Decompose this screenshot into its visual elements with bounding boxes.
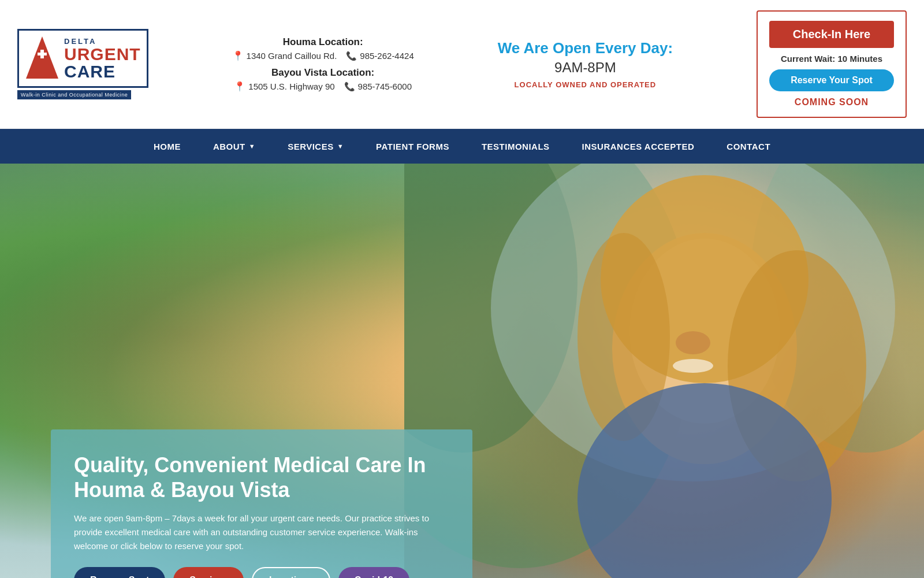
svg-point-14 <box>676 331 710 354</box>
nav-testimonials[interactable]: TESTIMONIALS <box>465 129 566 164</box>
nav-services-arrow: ▼ <box>337 143 344 150</box>
houma-address: 📍 1340 Grand Caillou Rd. <box>232 50 337 61</box>
houma-label: Houma Location: <box>232 36 414 48</box>
houma-phone: 📞 985-262-4424 <box>346 51 413 61</box>
phone-icon-houma: 📞 <box>346 51 357 61</box>
logo-text-block: DELTA URGENT CARE <box>64 37 141 80</box>
nav-contact[interactable]: CONTACT <box>710 129 787 164</box>
nav-services[interactable]: SERVICES ▼ <box>271 129 360 164</box>
bayou-vista-address: 📍 1505 U.S. Highway 90 <box>234 81 334 92</box>
wait-value: 10 Minutes <box>838 54 883 64</box>
hero-reserve-button[interactable]: Reserve Spot <box>74 567 165 578</box>
locations-area: Houma Location: 📍 1340 Grand Caillou Rd.… <box>232 36 414 92</box>
bayou-vista-location: Bayou Vista Location: 📍 1505 U.S. Highwa… <box>232 67 414 92</box>
nav-home[interactable]: HOME <box>137 129 197 164</box>
nav-about-label: ABOUT <box>213 142 245 151</box>
hero-services-button[interactable]: Services <box>173 567 244 578</box>
nav-insurances[interactable]: INSURANCES ACCEPTED <box>566 129 711 164</box>
hero-description: We are open 9am-8pm – 7days a week for a… <box>74 512 449 553</box>
pin-icon-houma: 📍 <box>232 50 244 61</box>
hours-time: 9AM-8PM <box>498 60 673 76</box>
svg-rect-2 <box>40 50 44 58</box>
locally-owned: LOCALLY OWNED AND OPERATED <box>498 80 673 89</box>
nav-patient-forms-label: PATIENT FORMS <box>376 142 449 151</box>
bayou-vista-details: 📍 1505 U.S. Highway 90 📞 985-745-6000 <box>232 81 414 92</box>
nav-about[interactable]: ABOUT ▼ <box>197 129 271 164</box>
wait-time: Current Wait: 10 Minutes <box>781 54 882 64</box>
coming-soon: COMING SOON <box>795 97 869 108</box>
bayou-vista-phone: 📞 985-745-6000 <box>344 81 412 92</box>
hero-section: Quality, Convenient Medical Care In Houm… <box>0 164 924 578</box>
nav-insurances-label: INSURANCES ACCEPTED <box>582 142 695 151</box>
navbar: HOME ABOUT ▼ SERVICES ▼ PATIENT FORMS TE… <box>0 129 924 164</box>
bayou-vista-label: Bayou Vista Location: <box>232 67 414 79</box>
reserve-spot-button[interactable]: Reserve Your Spot <box>769 69 894 91</box>
houma-location: Houma Location: 📍 1340 Grand Caillou Rd.… <box>232 36 414 61</box>
checkin-box: Check-In Here Current Wait: 10 Minutes R… <box>757 10 907 118</box>
logo-box: DELTA URGENT CARE <box>17 29 148 88</box>
checkin-button[interactable]: Check-In Here <box>769 21 894 48</box>
phone-icon-bayou: 📞 <box>344 81 355 92</box>
wait-prefix: Current Wait: <box>781 54 838 64</box>
header: DELTA URGENT CARE Walk-in Clinic and Occ… <box>0 0 924 129</box>
nav-home-label: HOME <box>154 142 181 151</box>
nav-services-label: SERVICES <box>288 142 334 151</box>
logo-urgent: URGENT <box>64 46 141 63</box>
hero-person-image <box>404 164 924 578</box>
logo-area: DELTA URGENT CARE Walk-in Clinic and Occ… <box>17 29 148 99</box>
hero-covid-button[interactable]: Covid-19 <box>338 567 410 578</box>
hours-area: We Are Open Every Day: 9AM-8PM LOCALLY O… <box>498 39 673 89</box>
nav-patient-forms[interactable]: PATIENT FORMS <box>360 129 465 164</box>
pin-icon-bayou: 📍 <box>234 81 245 92</box>
logo-icon <box>25 35 59 81</box>
logo-care: CARE <box>64 63 141 80</box>
houma-details: 📍 1340 Grand Caillou Rd. 📞 985-262-4424 <box>232 50 414 61</box>
open-every-day: We Are Open Every Day: <box>498 39 673 57</box>
hero-title: Quality, Convenient Medical Care In Houm… <box>74 453 449 502</box>
hero-overlay: Quality, Convenient Medical Care In Houm… <box>51 429 472 578</box>
hero-locations-button[interactable]: Locations <box>252 567 330 578</box>
nav-about-arrow: ▼ <box>249 143 255 150</box>
nav-contact-label: CONTACT <box>726 142 770 151</box>
hero-buttons: Reserve Spot Services Locations Covid-19 <box>74 567 449 578</box>
logo-tagline: Walk-in Clinic and Occupational Medicine <box>17 90 131 99</box>
nav-testimonials-label: TESTIMONIALS <box>482 142 550 151</box>
svg-point-15 <box>673 359 713 373</box>
